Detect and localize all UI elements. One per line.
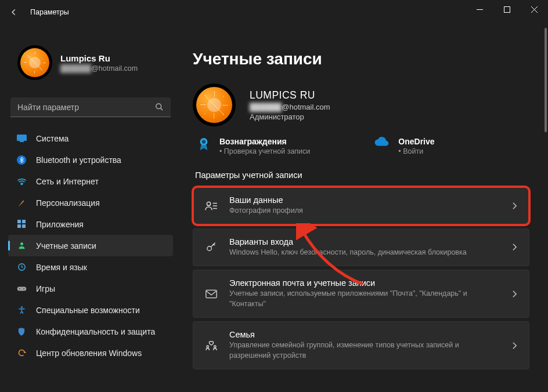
account-role: Администратор — [250, 112, 330, 121]
close-button[interactable] — [521, 0, 548, 19]
tile-sub: Проверка учетной записи — [219, 147, 310, 155]
svg-rect-8 — [22, 220, 26, 223]
main-content: Учетные записи LUMPICS RU ██████@hotmail… — [181, 24, 548, 392]
page-title: Учетные записи — [193, 50, 529, 68]
avatar-large[interactable] — [193, 84, 236, 126]
bluetooth-icon — [16, 155, 27, 165]
svg-point-11 — [20, 242, 23, 245]
svg-rect-13 — [17, 286, 26, 291]
svg-point-18 — [202, 140, 206, 143]
tile-sub: Войти — [398, 147, 434, 155]
account-email: ██████@hotmail.com — [250, 103, 330, 111]
card-desc: Фотография профиля — [229, 206, 500, 216]
svg-point-15 — [23, 288, 24, 289]
rewards-tile[interactable]: Вознаграждения Проверка учетной записи — [197, 137, 310, 155]
sidebar-item-label: Система — [36, 134, 68, 143]
svg-rect-1 — [504, 7, 510, 13]
card-title: Варианты входа — [229, 237, 500, 246]
svg-point-2 — [156, 104, 161, 109]
sidebar-item-bluetooth[interactable]: Bluetooth и устройства — [8, 149, 173, 170]
svg-rect-7 — [17, 220, 21, 223]
search-input[interactable] — [17, 103, 155, 112]
sidebar-item-label: Сеть и Интернет — [36, 177, 99, 186]
sidebar-item-privacy[interactable]: Конфиденциальность и защита — [8, 321, 173, 342]
mail-icon — [205, 289, 218, 299]
apps-icon — [16, 219, 27, 230]
card-title: Электронная почта и учетные записи — [229, 278, 500, 288]
person-icon — [16, 241, 27, 251]
card-email-accounts[interactable]: Электронная почта и учетные записи Учетн… — [193, 270, 529, 318]
chevron-right-icon — [512, 243, 517, 251]
brush-icon — [16, 198, 27, 208]
sidebar-item-label: Учетные записи — [36, 241, 96, 251]
sidebar-item-label: Персонализация — [36, 198, 100, 208]
account-header: LUMPICS RU ██████@hotmail.com Администра… — [193, 84, 529, 126]
svg-point-16 — [20, 306, 22, 308]
sidebar-item-accounts[interactable]: Учетные записи — [8, 235, 173, 256]
shield-icon — [16, 326, 27, 337]
avatar — [17, 45, 52, 80]
svg-point-25 — [207, 346, 209, 348]
sidebar-item-label: Bluetooth и устройства — [36, 155, 121, 165]
tile-label: OneDrive — [398, 137, 434, 146]
tile-label: Вознаграждения — [219, 137, 310, 146]
chevron-right-icon — [512, 202, 517, 210]
family-icon — [205, 340, 218, 351]
svg-rect-4 — [20, 141, 24, 142]
back-button[interactable] — [3, 2, 24, 23]
sidebar-item-label: Время и язык — [36, 263, 87, 272]
svg-rect-10 — [22, 224, 26, 228]
window-title: Параметры — [30, 8, 69, 16]
section-title: Параметры учетной записи — [195, 170, 529, 180]
sidebar: Lumpics Ru ██████@hotmail.com Система Bl… — [0, 24, 181, 392]
window-controls — [466, 0, 548, 21]
chevron-right-icon — [512, 290, 517, 298]
user-name: Lumpics Ru — [60, 53, 138, 63]
minimize-button[interactable] — [466, 0, 493, 19]
nav-list: Система Bluetooth и устройства Сеть и Ин… — [8, 128, 173, 364]
card-desc: Windows Hello, ключ безопасности, пароль… — [229, 248, 500, 258]
sidebar-item-network[interactable]: Сеть и Интернет — [8, 170, 173, 192]
sidebar-item-personalization[interactable]: Персонализация — [8, 192, 173, 213]
card-your-info[interactable]: Ваши данные Фотография профиля — [193, 187, 529, 225]
wifi-icon — [16, 176, 27, 187]
profile-icon — [205, 201, 218, 211]
sidebar-item-label: Конфиденциальность и защита — [36, 327, 155, 336]
card-signin-options[interactable]: Варианты входа Windows Hello, ключ безоп… — [193, 228, 529, 267]
svg-rect-24 — [206, 290, 217, 297]
search-box[interactable] — [10, 97, 171, 117]
card-family[interactable]: Семья Управление семейной группой, измен… — [193, 321, 529, 369]
sidebar-item-apps[interactable]: Приложения — [8, 213, 173, 235]
sidebar-item-system[interactable]: Система — [8, 128, 173, 149]
card-title: Семья — [229, 330, 500, 339]
sidebar-item-time[interactable]: Время и язык — [8, 256, 173, 278]
svg-rect-3 — [17, 135, 27, 141]
card-title: Ваши данные — [229, 195, 500, 205]
user-email: ██████@hotmail.com — [60, 64, 138, 72]
svg-point-6 — [21, 184, 22, 185]
account-name: LUMPICS RU — [250, 89, 330, 101]
cloud-icon — [374, 137, 389, 147]
svg-rect-9 — [17, 224, 21, 228]
sidebar-item-label: Специальные возможности — [36, 306, 140, 315]
sidebar-item-label: Игры — [36, 284, 55, 293]
rewards-icon — [197, 137, 210, 152]
scrollbar[interactable] — [545, 28, 547, 132]
card-desc: Учетные записи, используемые приложениям… — [229, 289, 500, 309]
sidebar-item-accessibility[interactable]: Специальные возможности — [8, 299, 173, 321]
svg-point-19 — [207, 202, 210, 205]
sync-icon — [16, 348, 27, 358]
key-icon — [205, 241, 218, 253]
account-tiles: Вознаграждения Проверка учетной записи O… — [197, 137, 529, 155]
maximize-button[interactable] — [493, 0, 521, 19]
sidebar-item-update[interactable]: Центр обновления Windows — [8, 342, 173, 364]
svg-point-26 — [214, 346, 217, 348]
accessibility-icon — [16, 305, 27, 315]
onedrive-tile[interactable]: OneDrive Войти — [374, 137, 434, 155]
card-desc: Управление семейной группой, изменение т… — [229, 340, 500, 361]
sidebar-item-label: Приложения — [36, 220, 84, 229]
user-card[interactable]: Lumpics Ru ██████@hotmail.com — [8, 24, 173, 92]
sidebar-item-gaming[interactable]: Игры — [8, 278, 173, 299]
search-icon — [155, 103, 164, 111]
svg-point-14 — [19, 288, 20, 289]
